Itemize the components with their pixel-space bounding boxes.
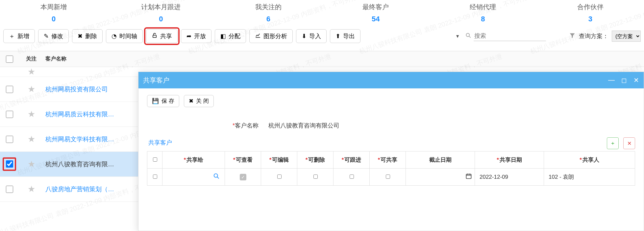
toolbar-more-caret[interactable]: ▼ <box>455 34 460 39</box>
svg-rect-0 <box>153 35 157 37</box>
stat-final-cust[interactable]: 最终客户54 <box>322 3 429 23</box>
share-arrow-icon: ➦ <box>186 33 191 40</box>
customer-name-row: *客户名称 杭州八骏教育咨询有限公司 <box>233 122 635 129</box>
can-edit-checkbox[interactable] <box>277 174 282 179</box>
star-icon[interactable]: ★ <box>28 67 35 77</box>
stat-dealer[interactable]: 经销代理8 <box>429 3 536 23</box>
plus-icon: ＋ <box>9 32 15 40</box>
stats-row: 本周新增0 计划本月跟进0 我关注的6 最终客户54 经销代理8 合作伙伴3 <box>0 0 644 28</box>
star-icon[interactable]: ★ <box>28 184 35 194</box>
filter-select[interactable]: (空方案 <box>612 31 641 42</box>
share-table-header: *共享给 *可查看 *可编辑 *可删除 *可跟进 *可共享 截止日期 *共享日期… <box>147 151 635 169</box>
grid-header: 关注 客户名称 <box>0 51 644 67</box>
modal-close-button[interactable]: ✖关 闭 <box>184 95 214 107</box>
lookup-share-to[interactable] <box>213 175 220 181</box>
row-checkbox-highlight <box>5 159 14 169</box>
assign-icon: ◧ <box>220 33 226 40</box>
x-icon: ✖ <box>78 33 83 40</box>
filter-label: 查询方案： <box>579 32 608 40</box>
row-checkbox[interactable] <box>6 160 13 168</box>
share-table-row: ✓ 2022-12-09 102 - 袁朗 <box>147 169 635 186</box>
open-button[interactable]: ➦开放 <box>181 29 211 43</box>
can-view-checkbox[interactable]: ✓ <box>240 174 246 180</box>
svg-point-2 <box>214 174 218 177</box>
col-customer-name: 客户名称 <box>44 56 644 62</box>
timeline-button[interactable]: ◔时间轴 <box>106 29 143 43</box>
delete-button[interactable]: ✖删除 <box>72 29 103 43</box>
close-icon[interactable]: ✕ <box>633 76 639 84</box>
chart-button[interactable]: 图形分析 <box>249 29 293 43</box>
row-checkbox[interactable] <box>6 186 13 193</box>
chart-icon <box>255 33 261 40</box>
share-date-value: 2022-12-09 <box>475 169 544 186</box>
stat-plan-month[interactable]: 计划本月跟进0 <box>107 3 214 23</box>
upload-icon: ⬆ <box>335 33 340 40</box>
share-highlight: 共享 <box>146 29 178 43</box>
add-share-row-button[interactable]: ＋ <box>607 137 619 149</box>
maximize-icon[interactable]: ◻ <box>621 76 627 84</box>
stat-following[interactable]: 我关注的6 <box>215 3 322 23</box>
share-button[interactable]: 共享 <box>146 29 178 43</box>
remove-share-row-button[interactable]: ✕ <box>623 137 635 149</box>
funnel-icon <box>569 32 576 40</box>
svg-point-1 <box>466 33 469 36</box>
share-table: *共享给 *可查看 *可编辑 *可删除 *可跟进 *可共享 截止日期 *共享日期… <box>147 151 635 186</box>
customer-link[interactable]: 杭州网易投资有限公司 <box>45 86 108 93</box>
download-icon: ⬇ <box>302 33 307 40</box>
minimize-icon[interactable]: — <box>608 76 615 84</box>
row-checkbox[interactable] <box>6 111 13 118</box>
search-input[interactable] <box>474 31 546 41</box>
search-icon <box>465 32 472 40</box>
share-section-label: 共享客户 <box>148 139 172 146</box>
share-modal: 共享客户 — ◻ ✕ 💾保 存 ✖关 闭 *客户名称 杭州八骏教育咨询有限公司 … <box>138 72 644 231</box>
customer-link[interactable]: 杭州八骏教育咨询有限… <box>45 161 114 168</box>
star-icon[interactable]: ★ <box>28 159 35 169</box>
clock-icon: ◔ <box>111 33 117 40</box>
share-by-value: 102 - 袁朗 <box>544 169 635 186</box>
share-row-checkbox[interactable] <box>153 174 157 179</box>
add-button[interactable]: ＋新增 <box>3 29 35 43</box>
share-select-all[interactable] <box>153 157 157 162</box>
edit-button[interactable]: ✎修改 <box>38 29 69 43</box>
select-all-checkbox[interactable] <box>6 56 13 63</box>
star-icon[interactable]: ★ <box>28 109 35 119</box>
export-button[interactable]: ⬆导出 <box>330 29 360 43</box>
unlock-icon <box>152 33 158 40</box>
can-follow-checkbox[interactable] <box>350 174 354 179</box>
filter-wrap: 查询方案： (空方案 <box>569 31 641 42</box>
stat-partner[interactable]: 合作伙伴3 <box>537 3 644 23</box>
search-wrap <box>465 31 546 41</box>
can-reshare-checkbox[interactable] <box>386 174 390 179</box>
import-button[interactable]: ⬇导入 <box>296 29 327 43</box>
star-icon[interactable]: ★ <box>28 134 35 144</box>
star-icon[interactable]: ★ <box>28 84 35 94</box>
stat-new-week[interactable]: 本周新增0 <box>0 3 107 23</box>
col-attention: 关注 <box>18 56 44 62</box>
pencil-icon: ✎ <box>44 33 49 40</box>
customer-link[interactable]: 杭州网易文学科技有限… <box>45 136 114 143</box>
can-delete-checkbox[interactable] <box>313 174 318 179</box>
modal-title-text: 共享客户 <box>143 76 169 85</box>
save-icon: 💾 <box>152 98 159 104</box>
svg-rect-3 <box>466 174 471 178</box>
customer-link[interactable]: 杭州网易质云科技有限… <box>45 111 114 118</box>
save-button[interactable]: 💾保 存 <box>147 95 179 107</box>
customer-name-value: 杭州八骏教育咨询有限公司 <box>268 122 339 129</box>
x-icon: ✖ <box>189 98 193 104</box>
modal-titlebar[interactable]: 共享客户 — ◻ ✕ <box>138 72 644 88</box>
toolbar: ＋新增 ✎修改 ✖删除 ◔时间轴 共享 ➦开放 ◧分配 图形分析 ⬇导入 ⬆导出… <box>0 28 644 51</box>
customer-link[interactable]: 八骏房地产营销策划（… <box>45 186 114 193</box>
row-checkbox[interactable] <box>6 86 13 93</box>
until-date-picker[interactable] <box>409 173 472 179</box>
row-checkbox[interactable] <box>6 136 13 143</box>
assign-button[interactable]: ◧分配 <box>215 29 246 43</box>
